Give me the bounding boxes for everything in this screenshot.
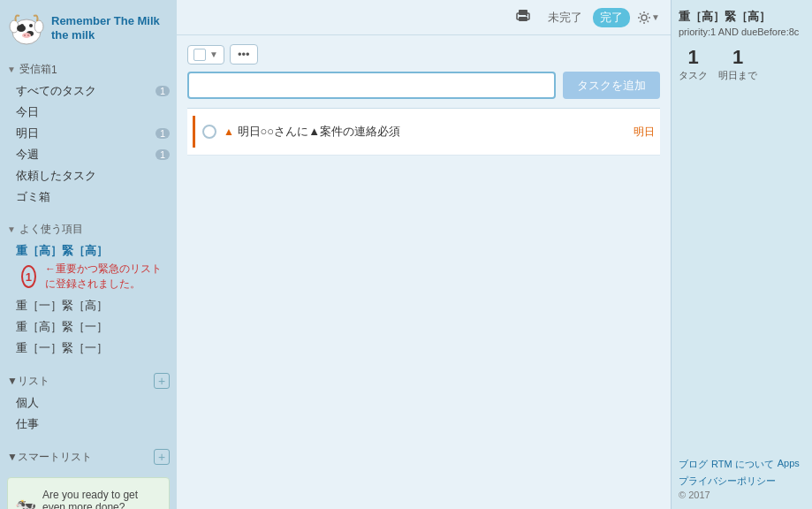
svg-point-6	[29, 24, 33, 27]
sidebar-item-high-one[interactable]: 重［一］緊［高］	[0, 295, 177, 316]
lists-header: ▼ リスト +	[0, 369, 177, 392]
svg-rect-12	[519, 17, 527, 21]
stat-tasks: 1 タスク	[679, 46, 708, 82]
stat-due-number: 1	[732, 46, 743, 69]
stat-due: 1 明日まで	[718, 46, 757, 82]
priority-bar	[193, 116, 195, 148]
checkbox-dropdown-arrow: ▼	[209, 49, 218, 59]
settings-button[interactable]: ▼	[637, 11, 660, 25]
footer-links: ブログ RTM について Apps	[679, 458, 805, 471]
right-panel-title: 重［高］緊［高］	[679, 9, 805, 25]
this-week-label: 今週	[16, 147, 39, 163]
inbox-badge: 1	[51, 64, 57, 76]
sidebar-section-inbox: ▼ 受信箱 1 すべてのタスク 1 今日 明日 1 今週 1 依頼したタスク ゴ…	[0, 57, 177, 209]
checkbox-dropdown[interactable]: ▼	[187, 45, 224, 65]
task-toolbar: ▼ •••	[187, 44, 660, 65]
promo-content: 🐄 Are you ready to get even more done? U…	[15, 489, 162, 509]
stat-tasks-label: タスク	[679, 69, 708, 82]
sidebar-item-trash[interactable]: ゴミ箱	[0, 186, 177, 208]
footer-rtm-link[interactable]: RTM について	[711, 458, 774, 471]
frequently-used-label: よく使う項目	[19, 222, 83, 237]
task-checkbox[interactable]	[202, 125, 216, 139]
svg-point-2	[34, 20, 43, 33]
sidebar-item-high-one2[interactable]: 重［高］緊［一］	[0, 316, 177, 338]
high-one2-label: 重［高］緊［一］	[16, 319, 108, 335]
frequently-used-header[interactable]: ▼ よく使う項目	[0, 218, 177, 240]
promo-box: 🐄 Are you ready to get even more done? U…	[7, 477, 170, 509]
promo-line1: Are you ready to get	[42, 489, 138, 501]
personal-label: 個人	[16, 395, 39, 411]
sidebar-item-one-one[interactable]: 重［一］緊［一］	[0, 338, 177, 359]
smart-lists-label: スマートリスト	[18, 450, 92, 465]
all-tasks-label: すべてのタスク	[16, 83, 96, 99]
svg-point-8	[24, 34, 26, 36]
right-footer: ブログ RTM について Apps プライバシーポリシー © 2017	[679, 458, 805, 500]
task-due: 明日	[634, 125, 655, 140]
svg-point-13	[526, 15, 527, 17]
main-content: 未完了 完了 ▼ ▼ ••• タスクを追加	[177, 0, 671, 509]
stats-row: 1 タスク 1 明日まで	[679, 46, 805, 82]
svg-point-1	[10, 20, 19, 33]
sidebar: Remember The Milk the milk ▼ 受信箱 1 すべてのタ…	[0, 0, 177, 509]
logo-line2: the milk	[51, 28, 160, 42]
smart-badge-row: 1 ←重要かつ緊急のリストに登録されました。	[16, 262, 170, 292]
sidebar-section-inbox-header[interactable]: ▼ 受信箱 1	[0, 58, 177, 80]
sidebar-section-smart-lists: ▼ スマートリスト +	[0, 444, 177, 470]
frequently-used-arrow: ▼	[7, 224, 16, 234]
sidebar-section-frequently-used: ▼ よく使う項目 重［高］緊［高］ 1 ←重要かつ緊急のリストに登録されました。…	[0, 217, 177, 361]
status-tabs: 未完了 完了	[541, 8, 630, 27]
sidebar-item-high-high[interactable]: 重［高］緊［高］	[0, 240, 177, 262]
more-button[interactable]: •••	[230, 44, 258, 65]
add-task-input[interactable]	[187, 72, 556, 99]
smart-lists-arrow: ▼	[7, 451, 18, 463]
gear-dropdown-arrow: ▼	[651, 12, 660, 22]
task-area: ▼ ••• タスクを追加 ▲ 明日○○さんに▲案件の連絡必須 明日	[177, 35, 671, 509]
footer-blog-link[interactable]: ブログ	[679, 458, 708, 471]
sidebar-item-tomorrow[interactable]: 明日 1	[0, 123, 177, 144]
smart-lists-header: ▼ スマートリスト +	[0, 445, 177, 468]
task-list: ▲ 明日○○さんに▲案件の連絡必須 明日	[187, 108, 660, 156]
footer-privacy[interactable]: プライバシーポリシー	[679, 475, 805, 488]
table-row: ▲ 明日○○さんに▲案件の連絡必須 明日	[187, 109, 660, 156]
print-button[interactable]	[512, 7, 534, 27]
sidebar-section-lists: ▼ リスト + 個人 仕事	[0, 368, 177, 437]
smart-item-annotation: 1 ←重要かつ緊急のリストに登録されました。	[0, 262, 177, 295]
one-one-label: 重［一］緊［一］	[16, 340, 108, 356]
logo-text: Remember The Milk the milk	[51, 14, 160, 42]
work-label: 仕事	[16, 416, 39, 432]
smart-badge-circle: 1	[21, 265, 36, 288]
sidebar-item-work[interactable]: 仕事	[0, 414, 177, 435]
add-list-button[interactable]: +	[154, 373, 170, 389]
add-smart-list-button[interactable]: +	[154, 449, 170, 465]
all-tasks-badge: 1	[156, 86, 170, 96]
sidebar-item-today[interactable]: 今日	[0, 102, 177, 123]
inbox-arrow-icon: ▼	[7, 65, 16, 74]
lists-arrow: ▼	[7, 375, 18, 387]
sidebar-item-this-week[interactable]: 今週 1	[0, 144, 177, 165]
sidebar-item-personal[interactable]: 個人	[0, 392, 177, 414]
high-high-label: 重［高］緊［高］	[16, 243, 108, 259]
promo-icon: 🐄	[15, 497, 37, 509]
add-task-button[interactable]: タスクを追加	[563, 72, 660, 99]
svg-point-5	[20, 24, 24, 27]
print-icon	[516, 9, 530, 23]
stat-tasks-number: 1	[687, 46, 698, 69]
main-header: 未完了 完了 ▼	[177, 0, 671, 35]
sidebar-item-all-tasks[interactable]: すべてのタスク 1	[0, 80, 177, 102]
logo: Remember The Milk the milk	[0, 0, 177, 57]
gear-icon	[637, 11, 651, 25]
priority-icon: ▲	[224, 125, 234, 138]
smart-hint: ←重要かつ緊急のリストに登録されました。	[45, 262, 170, 292]
this-week-badge: 1	[156, 149, 170, 160]
logo-line1: Remember The Milk	[51, 14, 160, 28]
svg-point-14	[641, 15, 647, 20]
status-incomplete-tab[interactable]: 未完了	[541, 8, 589, 27]
tomorrow-badge: 1	[156, 128, 170, 139]
logo-cow-icon	[7, 9, 46, 48]
footer-apps-link[interactable]: Apps	[778, 458, 800, 471]
tomorrow-label: 明日	[16, 125, 39, 141]
status-complete-tab[interactable]: 完了	[593, 8, 630, 27]
promo-line2: even more done?	[42, 501, 138, 509]
sidebar-item-delegated[interactable]: 依頼したタスク	[0, 165, 177, 186]
today-label: 今日	[16, 104, 39, 120]
